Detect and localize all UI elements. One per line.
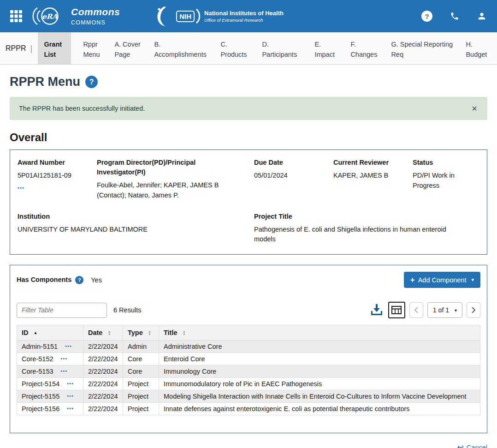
user-icon[interactable]: [477, 11, 487, 21]
nih-logo: NIH National Institutes of Health Office…: [176, 9, 284, 24]
divider: |: [30, 43, 32, 54]
component-date: 2/22/2024: [83, 353, 123, 365]
tab-participants[interactable]: D. Participants: [262, 32, 302, 64]
component-id-cell: Core-5152•••: [17, 353, 83, 365]
column-header-type[interactable]: Type ▲▼: [123, 325, 159, 340]
pd-pi-field: Program Director(PD)/Principal Investiga…: [97, 158, 254, 201]
row-actions-menu[interactable]: •••: [67, 406, 74, 411]
due-date-value: 05/01/2024: [254, 171, 323, 181]
component-id: Project-5155: [22, 393, 59, 400]
column-header-title[interactable]: Title ▲▼: [159, 325, 480, 340]
help-glyph: ?: [89, 78, 94, 86]
tab-grant-list[interactable]: Grant List: [38, 32, 71, 64]
table-row: Project-5155••• 2/22/2024 Project Modeli…: [17, 390, 480, 403]
award-number-value: 5P01AI125181-09: [18, 171, 87, 181]
table-view-icon[interactable]: [388, 302, 405, 318]
help-glyph: ?: [78, 277, 81, 283]
sort-ascending-icon: ▲: [34, 330, 38, 335]
page-head: RPPR Menu ?: [10, 75, 487, 89]
table-row: Core-5153••• 2/22/2024 Core Immunology C…: [17, 365, 480, 378]
cancel-link[interactable]: ↩ Cancel: [457, 443, 487, 448]
phone-icon[interactable]: [450, 12, 459, 21]
table-row: Core-5152••• 2/22/2024 Core Enteroid Cor…: [17, 353, 480, 365]
due-date-field: Due Date 05/01/2024: [254, 158, 333, 201]
prev-page-button[interactable]: [409, 302, 423, 318]
table-row: Project-5156••• 2/22/2024 Project Innate…: [17, 403, 480, 415]
filter-table-input[interactable]: [17, 303, 107, 318]
row-actions-menu[interactable]: •••: [65, 344, 72, 349]
pd-pi-value: Foulke-Abel, Jennifer; KAPER, JAMES B (C…: [97, 180, 244, 201]
era-commons-logo: eRA: [30, 5, 63, 28]
apps-grid-icon[interactable]: [10, 10, 22, 22]
component-title: Immunology Core: [159, 365, 480, 378]
sort-icon: ▲▼: [107, 330, 111, 336]
commons-brand: Commons COMMONS: [71, 6, 120, 26]
caret-down-icon: ▾: [471, 277, 474, 283]
close-icon[interactable]: ×: [471, 104, 478, 113]
table-controls: 1 of 1 ▾: [369, 302, 480, 318]
brand-title: Commons: [71, 6, 120, 18]
page-select[interactable]: 1 of 1 ▾: [427, 302, 462, 318]
components-panel: Has Components ? Yes + Add Component ▾ 6…: [10, 265, 487, 433]
component-date: 2/22/2024: [83, 365, 123, 378]
plus-icon: +: [410, 276, 415, 284]
has-components-help-icon[interactable]: ?: [75, 276, 83, 284]
tab-impact[interactable]: E. Impact: [314, 32, 338, 64]
module-label-wrap: RPPR |: [6, 32, 38, 64]
component-title: Enteroid Core: [159, 353, 480, 365]
row-actions-menu[interactable]: •••: [67, 394, 74, 399]
component-type: Project: [123, 378, 159, 390]
results-count: 6 Results: [113, 306, 141, 314]
row-actions-menu[interactable]: •••: [61, 356, 68, 361]
column-header-date[interactable]: Date ▲▼: [83, 325, 123, 340]
component-date: 2/22/2024: [83, 403, 123, 415]
column-label: Title: [164, 329, 178, 336]
alert-message: The RPPR has been successfully initiated…: [19, 105, 145, 112]
award-actions-menu[interactable]: •••: [18, 185, 24, 191]
current-reviewer-value: KAPER, JAMES B: [333, 171, 402, 181]
status-value: PD/PI Work in Progress: [413, 171, 469, 191]
table-row: Project-5154••• 2/22/2024 Project Immuno…: [17, 378, 480, 390]
column-header-id[interactable]: ID ▲: [17, 325, 83, 340]
nih-wordmark: National Institutes of Health Office of …: [204, 10, 284, 23]
next-page-button[interactable]: [467, 302, 480, 318]
column-label: Date: [88, 329, 102, 336]
component-title: Innate defenses against enterotoxigenic …: [159, 403, 480, 415]
tab-list: Grant List Rppr Menu A. Cover Page B. Ac…: [38, 32, 490, 64]
help-icon[interactable]: ?: [421, 11, 432, 22]
institution-value: UNIVERSITY OF MARYLAND BALTIMORE: [18, 225, 244, 235]
component-id: Project-5154: [22, 380, 59, 388]
status-label: Status: [413, 158, 469, 167]
back-arrow-icon: ↩: [457, 443, 464, 448]
caret-down-icon: ▾: [455, 308, 457, 313]
tab-changes[interactable]: F. Changes: [350, 32, 379, 64]
tab-budget[interactable]: H. Budget: [466, 32, 490, 64]
app-header: eRA Commons COMMONS NIH National Institu…: [0, 0, 497, 32]
has-components-label: Has Components: [17, 275, 71, 285]
help-glyph: ?: [425, 12, 429, 20]
add-component-button[interactable]: + Add Component ▾: [404, 272, 480, 288]
award-number-label: Award Number: [18, 158, 87, 167]
page-indicator: 1 of 1: [433, 306, 449, 314]
component-id-cell: Project-5154•••: [17, 378, 83, 390]
tab-special-reporting[interactable]: G. Special Reporting Req: [391, 32, 454, 64]
download-icon[interactable]: [369, 303, 384, 318]
component-date: 2/22/2024: [83, 340, 123, 353]
tab-cover-page[interactable]: A. Cover Page: [114, 32, 142, 64]
tab-rppr-menu[interactable]: Rppr Menu: [83, 32, 102, 64]
tab-products[interactable]: C. Products: [220, 32, 250, 64]
row-actions-menu[interactable]: •••: [61, 369, 68, 374]
component-title: Administrative Core: [159, 340, 480, 353]
component-type: Admin: [123, 340, 159, 353]
table-header-row: ID ▲ Date ▲▼ Type ▲▼ Title ▲▼: [17, 325, 480, 340]
cancel-label: Cancel: [467, 444, 487, 448]
row-actions-menu[interactable]: •••: [67, 381, 74, 386]
component-id: Project-5156: [22, 405, 59, 412]
hhs-logo: [155, 6, 167, 27]
component-title: Immunomodulatory role of Pic in EAEC Pat…: [159, 378, 480, 390]
overall-panel: Award Number 5P01AI125181-09 ••• Program…: [10, 149, 487, 255]
component-id: Core-5152: [22, 355, 53, 363]
award-number-field: Award Number 5P01AI125181-09 •••: [18, 158, 97, 201]
page-help-icon[interactable]: ?: [85, 76, 98, 88]
tab-accomplishments[interactable]: B. Accomplishments: [154, 32, 208, 64]
